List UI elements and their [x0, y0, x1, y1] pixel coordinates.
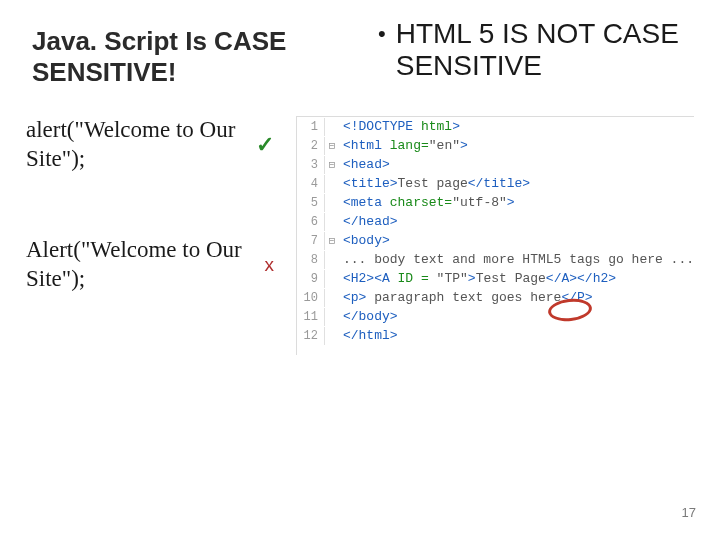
- line-number: 5: [297, 194, 325, 212]
- line-number: 12: [297, 327, 325, 345]
- fold-icon: ⊟: [325, 157, 339, 174]
- right-title-text: HTML 5 IS NOT CASE SENSITIVE: [396, 18, 694, 82]
- code-line: 12</html>: [297, 326, 694, 345]
- examples-block: alert("Welcome to Our Site"); ✓ Alert("W…: [26, 116, 274, 355]
- line-number: 4: [297, 175, 325, 193]
- right-title: • HTML 5 IS NOT CASE SENSITIVE: [378, 18, 694, 88]
- code-text: </body>: [339, 307, 398, 327]
- code-text: ... body text and more HTML5 tags go her…: [339, 250, 694, 270]
- code-text: <head>: [339, 155, 390, 175]
- page-number: 17: [682, 505, 696, 520]
- code-line: 7⊟<body>: [297, 231, 694, 250]
- line-number: 11: [297, 308, 325, 326]
- line-number: 10: [297, 289, 325, 307]
- code-line: 3⊟<head>: [297, 155, 694, 174]
- check-icon: ✓: [256, 131, 274, 159]
- code-text: <title>Test page</title>: [339, 174, 530, 194]
- left-title: Java. Script Is CASE SENSITIVE!: [26, 18, 348, 88]
- code-text: <!DOCTYPE html>: [339, 117, 460, 137]
- line-number: 9: [297, 270, 325, 288]
- line-number: 6: [297, 213, 325, 231]
- code-line: 5<meta charset="utf-8">: [297, 193, 694, 212]
- code-line: 1<!DOCTYPE html>: [297, 117, 694, 136]
- cross-icon: x: [264, 253, 274, 277]
- code-line: 2⊟<html lang="en">: [297, 136, 694, 155]
- bullet-dot-icon: •: [378, 18, 386, 49]
- code-line: 11</body>: [297, 307, 694, 326]
- code-text: <meta charset="utf-8">: [339, 193, 515, 213]
- code-text: </head>: [339, 212, 398, 232]
- line-number: 7: [297, 232, 325, 250]
- example-correct: alert("Welcome to Our Site");: [26, 116, 250, 174]
- code-text: <H2><A ID = "TP">Test Page</A></h2>: [339, 269, 616, 289]
- line-number: 8: [297, 251, 325, 269]
- code-line: 10<p> paragraph text goes here</P>: [297, 288, 694, 307]
- code-text: </html>: [339, 326, 398, 346]
- code-line: 8... body text and more HTML5 tags go he…: [297, 250, 694, 269]
- line-number: 1: [297, 118, 325, 136]
- code-text: <html lang="en">: [339, 136, 468, 156]
- line-number: 2: [297, 137, 325, 155]
- code-line: 6</head>: [297, 212, 694, 231]
- code-line: 4<title>Test page</title>: [297, 174, 694, 193]
- line-number: 3: [297, 156, 325, 174]
- code-editor: 1<!DOCTYPE html>2⊟<html lang="en">3⊟<hea…: [296, 116, 694, 355]
- fold-icon: ⊟: [325, 233, 339, 250]
- code-line: 9<H2><A ID = "TP">Test Page</A></h2>: [297, 269, 694, 288]
- code-text: <p> paragraph text goes here</P>: [339, 288, 593, 308]
- example-wrong: Alert("Welcome to Our Site");: [26, 236, 258, 294]
- code-text: <body>: [339, 231, 390, 251]
- fold-icon: ⊟: [325, 138, 339, 155]
